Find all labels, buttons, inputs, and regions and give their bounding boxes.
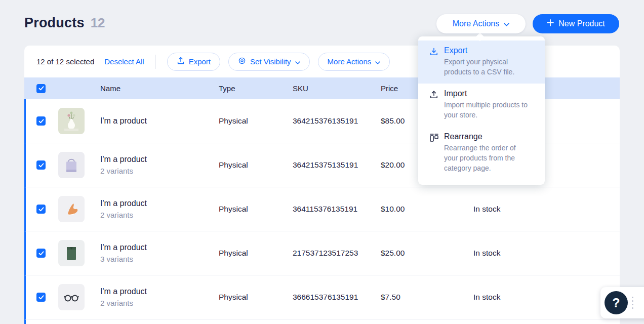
menu-item-description: Rearrange the order of your products fro…	[444, 143, 531, 173]
menu-item-label: Import	[444, 89, 531, 98]
product-sku: 364215376135191	[293, 116, 381, 126]
selection-count: 12 of 12 selected	[36, 57, 94, 66]
drag-handle-icon[interactable]	[632, 297, 633, 309]
more-actions-button[interactable]: More Actions	[436, 14, 526, 33]
menu-notch	[476, 33, 485, 42]
product-price: $25.00	[381, 249, 473, 258]
product-name: I'm a product	[100, 243, 219, 252]
chevron-down-icon	[504, 19, 509, 28]
menu-item-rearrange[interactable]: RearrangeRearrange the order of your pro…	[418, 127, 545, 180]
shopping-bag-product-image	[58, 152, 85, 178]
row-checkbox[interactable]	[36, 116, 46, 126]
select-all-checkbox[interactable]	[36, 84, 46, 93]
more-actions-menu: ExportExport your physical products to a…	[418, 36, 545, 185]
chevron-down-icon	[295, 57, 300, 66]
menu-item-export[interactable]: ExportExport your physical products to a…	[418, 40, 545, 84]
product-type: Physical	[219, 116, 293, 126]
product-type: Physical	[219, 160, 293, 170]
product-sku: 217537123517253	[293, 249, 381, 258]
page-title: Products	[24, 15, 85, 31]
product-inventory: In stock	[473, 293, 620, 302]
product-sku: 364215375135191	[293, 160, 381, 170]
table-row[interactable]: I'm a product3 variantsPhysical217537123…	[24, 231, 620, 275]
product-inventory: In stock	[473, 205, 620, 214]
product-inventory: In stock	[473, 249, 620, 258]
menu-item-import[interactable]: ImportImport multiple products to your s…	[418, 84, 545, 127]
help-widget: ?	[600, 287, 644, 318]
product-type: Physical	[219, 293, 293, 302]
visibility-icon	[238, 57, 246, 66]
menu-item-label: Rearrange	[444, 132, 531, 141]
row-checkbox[interactable]	[36, 249, 46, 258]
product-price: $10.00	[381, 205, 473, 214]
help-button[interactable]: ?	[605, 291, 628, 314]
deselect-all-link[interactable]: Deselect All	[104, 57, 144, 66]
product-name: I'm a product	[100, 199, 219, 208]
product-price: $7.50	[381, 293, 473, 302]
product-sku: 366615376135191	[293, 293, 381, 302]
new-product-button[interactable]: New Product	[533, 14, 619, 33]
table-row[interactable]: I'm a product2 variantsPhysical366615376…	[24, 275, 620, 319]
row-checkbox[interactable]	[36, 205, 46, 214]
product-name: I'm a product	[100, 155, 219, 164]
table-row	[24, 319, 620, 324]
upload-icon	[177, 57, 185, 66]
product-variants: 3 variants	[100, 255, 219, 263]
folded-shirt-product-image	[58, 240, 85, 266]
product-variants: 2 variants	[100, 167, 219, 175]
menu-item-description: Export your physical products to a CSV f…	[444, 57, 531, 77]
menu-item-label: Export	[444, 46, 531, 55]
menu-item-description: Import multiple products to your store.	[444, 100, 531, 120]
product-type: Physical	[219, 205, 293, 214]
toolbar-divider	[155, 55, 156, 69]
new-product-label: New Product	[558, 19, 605, 28]
table-row[interactable]: I'm a product2 variantsPhysical364115376…	[24, 187, 620, 231]
product-count: 12	[91, 15, 105, 31]
download-icon	[429, 47, 438, 77]
table-more-actions-button[interactable]: More Actions	[318, 53, 390, 71]
glasses-product-image	[58, 284, 85, 310]
column-header-name[interactable]: Name	[100, 84, 219, 93]
vase-product-image	[58, 108, 85, 134]
upload-icon	[429, 90, 438, 120]
more-actions-label: More Actions	[453, 19, 499, 28]
column-header-type[interactable]: Type	[219, 84, 293, 93]
product-sku: 364115376135191	[293, 205, 381, 214]
row-checkbox[interactable]	[36, 160, 46, 170]
row-checkbox[interactable]	[36, 293, 46, 302]
chevron-down-icon	[375, 57, 380, 66]
rearrange-icon	[429, 133, 438, 173]
table-more-actions-label: More Actions	[328, 57, 372, 66]
page-header: Products 12	[24, 15, 105, 31]
set-visibility-label: Set Visibility	[250, 57, 291, 66]
set-visibility-button[interactable]: Set Visibility	[228, 53, 310, 71]
plus-icon	[547, 19, 554, 28]
export-label: Export	[189, 57, 211, 66]
sneaker-product-image	[58, 196, 85, 222]
product-name: I'm a product	[100, 116, 219, 126]
product-variants: 2 variants	[100, 211, 219, 219]
product-name: I'm a product	[100, 287, 219, 296]
column-header-sku[interactable]: SKU	[293, 84, 381, 93]
product-type: Physical	[219, 249, 293, 258]
product-variants: 2 variants	[100, 299, 219, 307]
export-button[interactable]: Export	[167, 53, 220, 71]
